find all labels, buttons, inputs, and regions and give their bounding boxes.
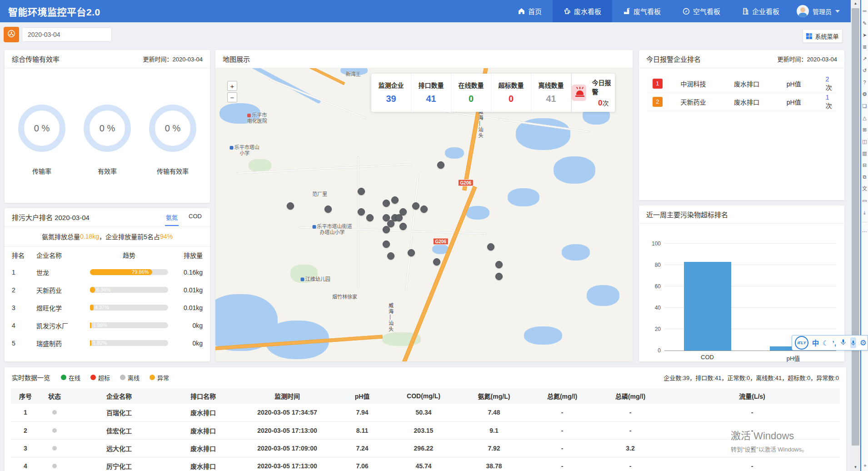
transmission-panel: 综合传输有效率 更新时间：2020-03-04 0 %传输率0 %有效率0 %传… [5, 50, 210, 203]
enterprise-marker[interactable] [391, 196, 399, 204]
enterprise-marker[interactable] [420, 205, 428, 213]
help-icon[interactable]: ? [863, 80, 866, 85]
org-structure-button[interactable] [4, 27, 19, 42]
ifly-voice-button[interactable] [850, 337, 856, 348]
browser-scrollbar[interactable]: ▲ ▼ [851, 0, 860, 471]
legend-dot [150, 375, 155, 380]
enterprise-marker[interactable] [383, 241, 390, 248]
data-cell: 2020-03-05 17:13:00 [237, 457, 337, 471]
x-axis-label: COD [680, 354, 735, 361]
ifly-mic-icon[interactable] [840, 339, 847, 347]
road-name-label: 威海—汕头 [387, 303, 394, 332]
gridline [664, 243, 836, 244]
chart-icon[interactable]: ▥ [862, 151, 867, 156]
pen-icon[interactable]: ✎ [863, 21, 867, 26]
enterprise-marker[interactable] [487, 243, 494, 251]
enterprise-marker[interactable] [358, 208, 365, 215]
trend-bar-fill [90, 287, 95, 293]
trend-percent: 4.37% [95, 305, 109, 311]
gauge: 0 %传输率 [10, 105, 74, 175]
legend-dot [120, 375, 125, 380]
enterprise-marker[interactable] [383, 200, 390, 207]
map-canvas[interactable]: 沈家岭新湾王乐平市 电化医院乐平市塔山 小学范厂里乐平市塔山街道 办塔山小学江维… [215, 68, 633, 361]
scroll-down-arrow[interactable]: ▼ [851, 464, 860, 471]
translate-icon[interactable]: 文 [862, 186, 867, 191]
shapes-icon[interactable]: ❏ [863, 104, 867, 109]
nav-wastewater[interactable]: 废水看板 [553, 0, 612, 22]
enterprise-marker[interactable] [437, 161, 444, 169]
table-row: 2佳宏化工废水排口2020-03-05 17:13:008.11203.159.… [11, 421, 840, 439]
data-cell: 2020-03-05 17:09:00 [237, 439, 337, 457]
nav-label: 首页 [528, 6, 542, 16]
layout-icon[interactable]: ◫ [862, 139, 867, 144]
table-icon[interactable]: ⊞ [863, 127, 867, 132]
map-stat-cell: 超标数量0 [491, 74, 531, 112]
ifly-punctuation-icon[interactable]: ’, [832, 340, 836, 346]
data-cell: 7.92 [460, 439, 528, 457]
gauge-label: 传输率 [32, 166, 51, 175]
image-stack-icon[interactable]: ⧉ [863, 175, 867, 180]
ifly-night-mode-icon[interactable]: ☾ [823, 340, 828, 346]
rank: 4 [12, 322, 36, 329]
app-title: 智能环境监控平台2.0 [8, 5, 100, 18]
scroll-up-arrow[interactable]: ▲ [851, 0, 860, 7]
scrollbar-thumb[interactable] [852, 8, 859, 446]
y-tick-label: 20 [645, 326, 661, 332]
tab-cod[interactable]: COD [188, 208, 203, 226]
enterprise-marker[interactable] [495, 273, 503, 280]
data-cell: 7.06 [337, 457, 387, 471]
user-menu[interactable]: 管理员 [790, 0, 846, 22]
nav-enterprise[interactable]: 企业看板 [731, 0, 790, 22]
image-icon[interactable]: ▭ [862, 198, 867, 203]
ifly-logo[interactable]: iFLY [795, 336, 808, 350]
tab-ammonia[interactable]: 氨氮 [165, 208, 179, 226]
enterprise-marker[interactable] [495, 261, 503, 268]
download-icon[interactable]: ⤓ [863, 210, 866, 215]
cursor-icon[interactable]: ➤ [863, 33, 867, 38]
enterprise-marker[interactable] [399, 208, 407, 215]
enterprise-marker[interactable] [399, 223, 407, 230]
trend-bar: 4.37% [90, 305, 168, 311]
focus-icon[interactable]: ⌖ [861, 463, 868, 468]
highlighter-icon[interactable]: △ [863, 115, 866, 120]
ifly-settings-gear-icon[interactable]: ⚙ [860, 338, 867, 348]
gauge: 0 %传输有效率 [141, 105, 205, 175]
enterprise-marker[interactable] [433, 258, 440, 266]
zoom-out-button[interactable]: − [227, 92, 237, 102]
nav-exhaust[interactable]: 废气看板 [612, 0, 672, 22]
enterprise-marker[interactable] [387, 252, 394, 260]
box-icon[interactable]: ⊟ [863, 163, 867, 168]
data-cell: 4 [11, 457, 40, 471]
polluter-tabs: 氨氮 COD [165, 208, 203, 226]
date-picker-input[interactable]: 2020-03-04 [22, 27, 112, 42]
status-cell [40, 439, 69, 457]
data-cell: 9.1 [460, 421, 528, 439]
handle-icon[interactable]: ＝ [862, 9, 867, 14]
y-tick-label: 100 [645, 241, 661, 247]
data-cell: 2020-03-05 17:34:57 [237, 404, 337, 421]
enterprise-marker[interactable] [287, 202, 294, 210]
history-icon[interactable]: ↺ [863, 68, 867, 73]
enterprise-marker[interactable] [366, 214, 374, 221]
enterprise-marker[interactable] [358, 188, 365, 195]
ifly-lang-toggle[interactable]: 中 [812, 340, 819, 346]
nav-air[interactable]: 空气看板 [672, 0, 731, 22]
app-root: 智能环境监控平台2.0 首页 废水看板 废气看板 空气看板 企业看板 [0, 0, 868, 471]
zoom-in-button[interactable]: + [227, 81, 237, 91]
adjust-icon[interactable]: ≣ [863, 45, 867, 50]
company-name: 中润科技 [681, 79, 734, 88]
column-header: 监测时间 [237, 388, 337, 404]
status-dot-offline [52, 464, 57, 468]
enterprise-marker[interactable] [383, 226, 390, 233]
rank: 1 [12, 269, 36, 276]
enterprise-marker[interactable] [412, 202, 419, 210]
discharge-amount: 0.01kg [171, 286, 203, 294]
system-menu-button[interactable]: 系统菜单 [803, 29, 843, 43]
company-name: 凯发污水厂 [36, 321, 87, 330]
enterprise-marker[interactable] [324, 205, 332, 213]
share-icon[interactable]: ↗ [863, 56, 867, 61]
more-icon[interactable]: ⋯ [862, 229, 867, 234]
nav-home[interactable]: 首页 [507, 0, 553, 22]
enterprise-marker[interactable] [408, 249, 415, 256]
badge-icon[interactable]: ❂ [863, 92, 867, 97]
